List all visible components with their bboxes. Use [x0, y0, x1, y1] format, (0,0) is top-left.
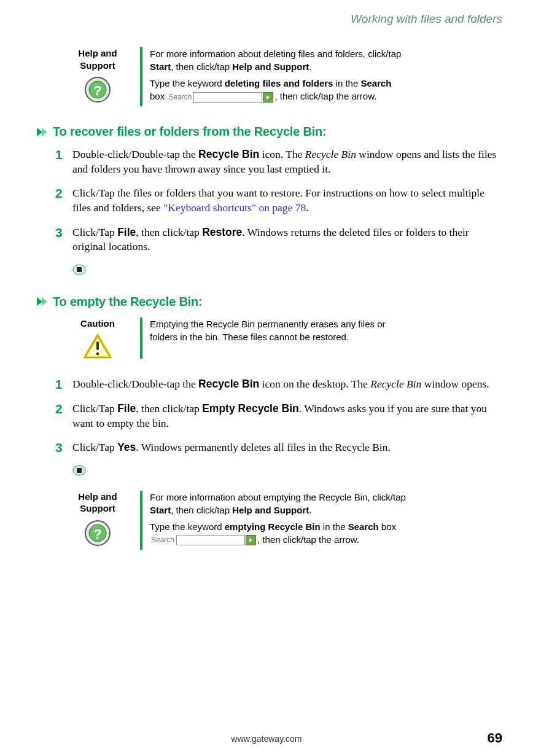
search-go-button[interactable] — [246, 535, 256, 545]
svg-rect-4 — [77, 267, 82, 272]
text: Click/Tap — [72, 402, 117, 415]
text: box — [150, 91, 167, 101]
text-bold: Help and Support — [232, 505, 309, 515]
text-bold: Yes — [117, 441, 136, 453]
text: Type the keyword — [150, 78, 225, 88]
step-row: 2 Click/Tap the files or folders that yo… — [55, 186, 502, 215]
text-bold: Start — [150, 505, 171, 515]
search-go-button[interactable] — [263, 92, 273, 103]
caution-label: Caution — [61, 318, 134, 330]
text: Double-click/Double-tap the — [72, 148, 198, 160]
section-bullet-icon — [37, 128, 48, 136]
text-italic: Recycle Bin — [370, 378, 421, 390]
text: For more information about deleting file… — [150, 49, 401, 59]
search-input[interactable] — [176, 535, 245, 545]
help-support-label: Help and Support — [61, 47, 134, 71]
text: , then click/tap the arrow. — [257, 534, 359, 545]
text-bold: Restore — [202, 226, 242, 238]
step-number: 2 — [55, 402, 72, 431]
step-number: 2 — [55, 186, 72, 215]
text: window opens. — [421, 378, 489, 390]
text: icon. The — [259, 148, 305, 160]
section-heading-recover: To recover files or folders from the Rec… — [53, 125, 327, 139]
text: , then click/tap — [136, 226, 202, 238]
help-icon: ? — [84, 76, 111, 103]
text: Click/Tap — [72, 441, 117, 453]
text: . — [309, 61, 311, 72]
text: . — [309, 505, 311, 515]
svg-text:?: ? — [93, 83, 101, 98]
step-number: 1 — [55, 147, 72, 176]
caution-icon — [84, 334, 112, 359]
help-support-callout-1: Help and Support ? For more information … — [61, 47, 502, 106]
text: box — [379, 521, 396, 532]
text-bold: Empty Recycle Bin — [202, 402, 299, 415]
cross-reference-link[interactable]: "Keyboard shortcuts" on page 78 — [163, 201, 306, 214]
footer-url: www.gateway.com — [231, 734, 302, 744]
text-bold: Start — [150, 61, 171, 72]
text: . — [306, 201, 308, 214]
end-of-procedure-icon — [72, 264, 86, 275]
help-icon: ? — [84, 520, 111, 547]
text-italic: Recycle Bin — [305, 148, 356, 160]
step-row: 1 Double-click/Double-tap the Recycle Bi… — [55, 377, 502, 392]
search-input[interactable] — [193, 92, 262, 103]
text-bold: emptying Recycle Bin — [225, 521, 321, 532]
text-bold: File — [117, 226, 136, 238]
page-number: 69 — [488, 730, 502, 746]
text-bold: Search — [348, 521, 379, 532]
search-widget: Search — [168, 92, 273, 103]
help-support-label: Help and Support — [61, 491, 134, 515]
text: Type the keyword — [150, 521, 225, 532]
text-bold: Search — [360, 78, 391, 88]
text-bold: Recycle Bin — [198, 378, 259, 390]
text-bold: File — [117, 402, 136, 415]
section-heading-empty: To empty the Recycle Bin: — [53, 295, 203, 309]
search-label: Search — [168, 92, 192, 103]
step-number: 1 — [55, 377, 72, 392]
text: , then click/tap — [136, 402, 202, 415]
text-bold: deleting files and folders — [225, 78, 333, 88]
arrow-right-icon — [265, 95, 271, 100]
help-support-callout-2: Help and Support ? For more information … — [61, 491, 502, 550]
step-number: 3 — [55, 225, 72, 254]
svg-rect-5 — [96, 341, 99, 350]
text: icon on the desktop. The — [259, 378, 370, 390]
text: Double-click/Double-tap the — [72, 378, 198, 390]
caution-callout: Caution Emptying the Recycle Bin permane… — [61, 318, 502, 359]
caution-text: Emptying the Recycle Bin permanently era… — [150, 318, 408, 343]
end-of-procedure-icon — [72, 465, 86, 476]
text: Click/Tap — [72, 226, 117, 238]
step-row: 2 Click/Tap File, then click/tap Empty R… — [55, 402, 502, 431]
step-row: 3 Click/Tap File, then click/tap Restore… — [55, 225, 502, 254]
section-bullet-icon — [37, 297, 48, 306]
text: . Windows permanently deletes all files … — [136, 441, 391, 453]
text: , then click/tap the arrow. — [274, 91, 376, 101]
text: in the — [333, 78, 360, 88]
text: , then click/tap — [171, 505, 232, 515]
search-widget: Search — [151, 535, 256, 545]
page-header: Working with files and folders — [37, 12, 502, 26]
step-row: 1 Double-click/Double-tap the Recycle Bi… — [55, 147, 502, 176]
arrow-right-icon — [248, 537, 254, 543]
svg-point-6 — [96, 353, 99, 356]
text: For more information about emptying the … — [150, 492, 406, 502]
step-row: 3 Click/Tap Yes. Windows permanently del… — [55, 440, 502, 455]
svg-rect-8 — [77, 468, 82, 473]
text: in the — [321, 521, 348, 532]
text: , then click/tap — [171, 61, 232, 72]
text-bold: Recycle Bin — [198, 148, 259, 160]
svg-text:?: ? — [93, 526, 101, 542]
text-bold: Help and Support — [232, 61, 309, 72]
step-number: 3 — [55, 440, 72, 455]
search-label: Search — [151, 535, 174, 545]
